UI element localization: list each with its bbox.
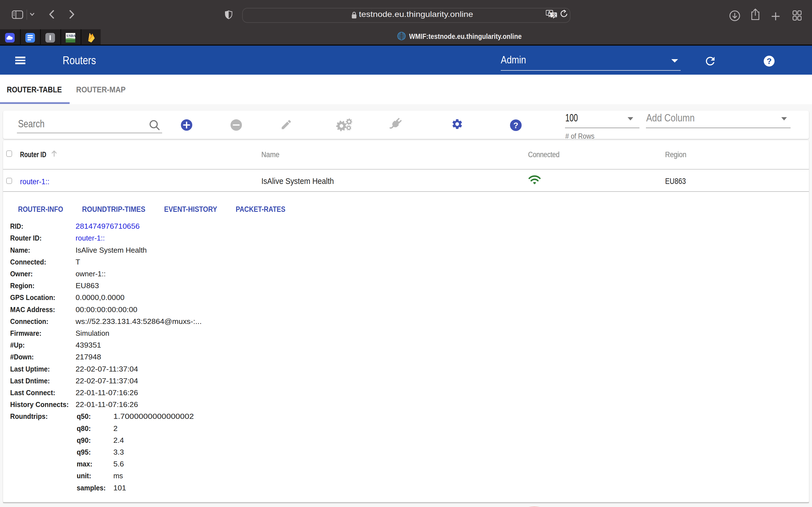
svg-text:USDA: USDA [66,34,75,38]
svg-text:文: 文 [552,13,557,17]
svg-text:?: ? [767,57,772,66]
svg-text:?: ? [513,121,518,129]
